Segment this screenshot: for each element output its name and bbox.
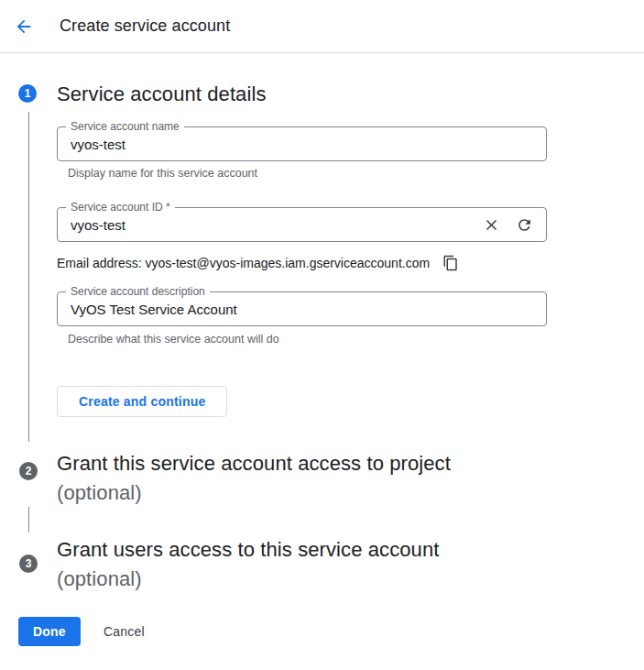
page-header: Create service account (0, 0, 644, 53)
clear-icon (483, 216, 500, 234)
step-3-header[interactable]: Grant users access to this service accou… (57, 535, 439, 594)
service-account-name-helper: Display name for this service account (68, 167, 257, 180)
done-button[interactable]: Done (18, 617, 81, 646)
step-2-header[interactable]: Grant this service account access to pro… (57, 449, 451, 508)
service-account-name-input[interactable] (58, 127, 546, 160)
step-3-badge: 3 (19, 555, 38, 573)
arrow-back-icon (14, 16, 34, 37)
page-title: Create service account (60, 0, 230, 52)
step-2-badge: 2 (19, 462, 38, 480)
service-account-description-helper: Describe what this service account will … (68, 333, 279, 346)
step-3-title: Grant users access to this service accou… (57, 538, 439, 561)
step-2-optional-label: (optional) (57, 478, 451, 508)
refresh-icon (516, 216, 533, 234)
service-account-id-field: Service account ID * (57, 207, 547, 242)
back-button[interactable] (12, 15, 36, 38)
step-2-title: Grant this service account access to pro… (57, 452, 451, 475)
stepper-connector-2 (28, 507, 29, 533)
service-account-name-field: Service account name (57, 126, 547, 161)
create-service-account-page: Create service account 1 Service account… (0, 0, 644, 670)
step-3-optional-label: (optional) (57, 565, 439, 594)
create-and-continue-button[interactable]: Create and continue (57, 386, 227, 417)
service-account-id-input[interactable] (58, 208, 546, 241)
step-1-title: Service account details (57, 80, 267, 109)
copy-icon (442, 255, 459, 271)
copy-email-button[interactable] (442, 254, 460, 272)
service-account-description-field: Service account description (57, 291, 547, 326)
email-address-row: Email address: vyos-test@vyos-images.iam… (57, 253, 460, 273)
cancel-button[interactable]: Cancel (96, 617, 152, 646)
service-account-description-input[interactable] (58, 292, 546, 325)
regenerate-id-button[interactable] (513, 214, 535, 236)
clear-id-button[interactable] (480, 214, 502, 236)
stepper-connector-1 (28, 112, 29, 442)
step-1-badge: 1 (18, 84, 37, 103)
email-address-text: Email address: vyos-test@vyos-images.iam… (57, 256, 430, 270)
